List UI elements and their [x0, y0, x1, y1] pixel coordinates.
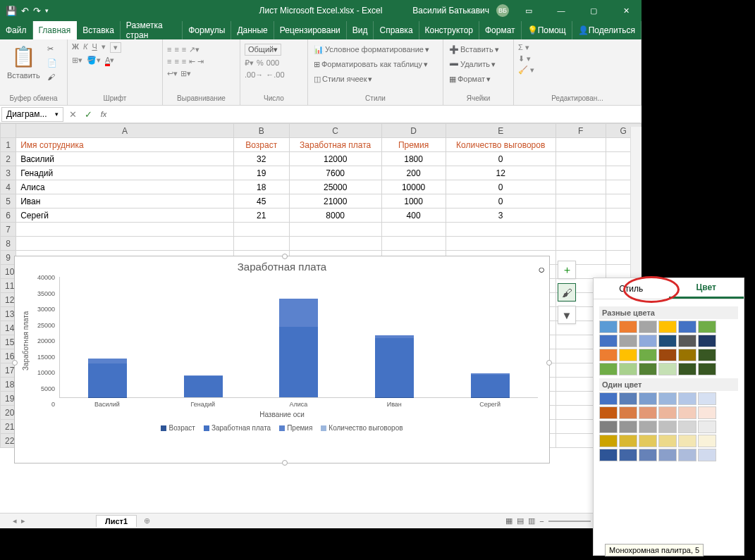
color-swatch[interactable]	[639, 406, 657, 419]
color-swatch[interactable]	[658, 406, 677, 419]
color-swatch[interactable]	[658, 349, 677, 361]
sheet-tab[interactable]: Лист1	[96, 515, 137, 527]
align-left-icon[interactable]: ≡	[167, 57, 171, 66]
color-swatch[interactable]	[698, 392, 716, 405]
tell-me[interactable]: 💡 Помощ	[522, 21, 572, 39]
sheet-nav-right[interactable]: ▸	[21, 516, 25, 525]
qat-dropdown-icon[interactable]: ▾	[45, 7, 49, 14]
italic-button[interactable]: К	[83, 42, 87, 53]
color-swatch[interactable]	[619, 321, 637, 333]
color-swatch[interactable]	[599, 435, 618, 447]
view-layout-icon[interactable]: ▤	[517, 516, 524, 525]
color-swatch[interactable]	[599, 392, 618, 405]
color-swatch[interactable]	[599, 363, 618, 375]
share-button[interactable]: 👤 Поделиться	[572, 21, 642, 39]
color-swatch[interactable]	[658, 421, 677, 433]
color-swatch[interactable]	[698, 435, 716, 447]
format-painter-icon[interactable]: 🖌	[46, 70, 59, 83]
tab-view[interactable]: Вид	[347, 21, 374, 39]
color-swatch[interactable]	[639, 421, 657, 433]
color-swatch[interactable]	[658, 449, 677, 461]
underline-button[interactable]: Ч	[92, 42, 97, 53]
tab-help[interactable]: Справка	[374, 21, 419, 39]
color-swatch[interactable]	[698, 335, 716, 347]
color-swatch[interactable]	[698, 363, 716, 375]
color-swatch[interactable]	[639, 335, 657, 347]
color-swatch[interactable]	[599, 406, 618, 419]
table-row[interactable]: 4Алиса1825000100000	[1, 180, 642, 194]
color-swatch[interactable]	[639, 321, 657, 333]
color-swatch[interactable]	[678, 349, 696, 361]
table-row[interactable]: 6Серегй2180004003	[1, 209, 642, 223]
clear-icon[interactable]: 🧹 ▾	[518, 66, 534, 75]
color-swatch[interactable]	[698, 406, 716, 419]
color-swatch[interactable]	[678, 321, 696, 333]
color-swatch[interactable]	[698, 321, 716, 333]
color-swatch[interactable]	[658, 321, 677, 333]
chart-elements-button[interactable]: ＋	[558, 261, 576, 279]
sheet-nav-first[interactable]: ◂	[13, 516, 17, 525]
new-sheet-button[interactable]: ⊕	[137, 516, 157, 525]
color-swatch[interactable]	[678, 449, 696, 461]
cell-styles-button[interactable]: ◫ Стили ячеек ▾	[312, 73, 374, 85]
color-swatch[interactable]	[658, 392, 677, 405]
bold-button[interactable]: Ж	[72, 42, 79, 53]
color-swatch[interactable]	[658, 435, 677, 447]
color-swatch[interactable]	[678, 363, 696, 375]
zoom-out-icon[interactable]: −	[539, 517, 544, 525]
color-swatch[interactable]	[619, 435, 637, 447]
font-size-button[interactable]: ▾	[110, 42, 121, 53]
merge-icon[interactable]: ⊞▾	[180, 69, 191, 78]
autosum-icon[interactable]: Σ ▾	[518, 43, 529, 52]
tab-home[interactable]: Главная	[33, 21, 78, 39]
fill-icon[interactable]: ⬇ ▾	[518, 54, 531, 63]
color-swatch[interactable]	[698, 449, 716, 461]
enter-icon[interactable]: ✓	[80, 109, 96, 120]
chart[interactable]: Заработная плата Заработная плата 050001…	[14, 256, 550, 463]
align-right-icon[interactable]: ≡	[182, 57, 186, 66]
undo-icon[interactable]: ↶	[21, 6, 29, 16]
color-swatch[interactable]	[619, 421, 637, 433]
orientation-icon[interactable]: ↗▾	[189, 45, 200, 54]
align-mid-icon[interactable]: ≡	[174, 45, 178, 54]
name-box[interactable]: Диаграм...▾	[1, 107, 63, 122]
number-format-select[interactable]: Общий▾	[245, 44, 281, 56]
copy-icon[interactable]: 📄	[46, 56, 59, 69]
maximize-button[interactable]: ▢	[581, 0, 606, 21]
color-swatch[interactable]	[619, 363, 637, 375]
tab-layout[interactable]: Разметка стран	[121, 21, 183, 39]
fx-icon[interactable]: fx	[96, 110, 111, 118]
align-top-icon[interactable]: ≡	[167, 45, 171, 54]
view-normal-icon[interactable]: ▦	[505, 516, 512, 525]
cells-delete-button[interactable]: ➖ Удалить ▾	[448, 58, 497, 70]
tab-formulas[interactable]: Формулы	[183, 21, 231, 39]
redo-icon[interactable]: ↷	[33, 6, 41, 16]
cells-format-button[interactable]: ▦ Формат ▾	[448, 73, 492, 85]
color-swatch[interactable]	[599, 321, 618, 333]
fill-color-icon[interactable]: 🪣▾	[87, 56, 101, 65]
tab-review[interactable]: Рецензировани	[274, 21, 347, 39]
tab-format[interactable]: Формат	[479, 21, 522, 39]
color-swatch[interactable]	[619, 349, 637, 361]
col-header[interactable]: C	[289, 124, 381, 138]
inc-decimal-icon[interactable]: .00→	[245, 70, 263, 79]
table-row[interactable]: 3Генадий19760020012	[1, 166, 642, 180]
currency-icon[interactable]: ₽▾	[245, 58, 254, 68]
color-swatch[interactable]	[599, 335, 618, 347]
close-button[interactable]: ✕	[613, 0, 639, 21]
align-center-icon[interactable]: ≡	[174, 57, 178, 66]
color-swatch[interactable]	[639, 349, 657, 361]
percent-icon[interactable]: %	[257, 58, 264, 68]
color-swatch[interactable]	[678, 421, 696, 433]
color-swatch[interactable]	[639, 363, 657, 375]
color-swatch[interactable]	[678, 435, 696, 447]
col-header[interactable]: A	[16, 124, 234, 138]
color-swatch[interactable]	[599, 421, 618, 433]
color-swatch[interactable]	[678, 392, 696, 405]
paste-button[interactable]: 📋 Вставить	[4, 42, 43, 82]
cut-icon[interactable]: ✂	[46, 42, 59, 55]
borders-icon[interactable]: ⊞▾	[72, 56, 82, 65]
tab-insert[interactable]: Вставка	[77, 21, 121, 39]
color-swatch[interactable]	[619, 392, 637, 405]
color-swatch[interactable]	[639, 449, 657, 461]
